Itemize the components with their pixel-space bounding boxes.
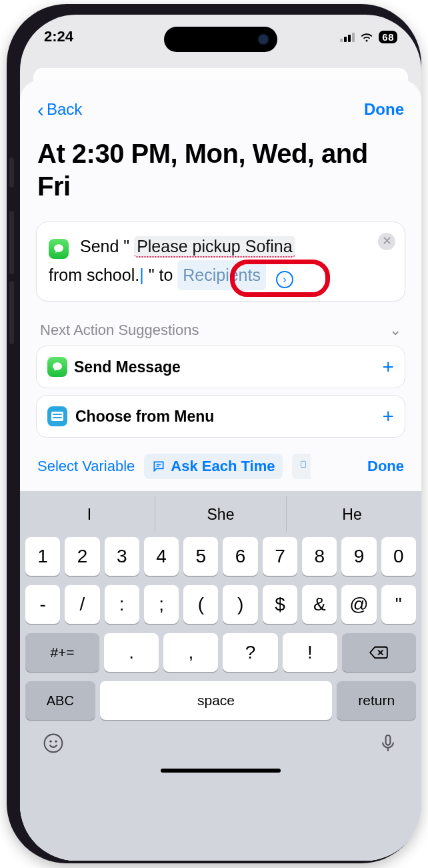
suggestions-header-label: Next Action Suggestions <box>40 322 199 339</box>
key[interactable]: & <box>302 585 337 624</box>
battery-icon: 68 <box>379 31 397 43</box>
svg-point-1 <box>45 735 63 753</box>
key[interactable]: 8 <box>302 537 337 576</box>
variable-toolbar: Select Variable Ask Each Time Done <box>36 444 405 486</box>
key[interactable]: $ <box>263 585 297 624</box>
volume-down-button <box>9 281 14 344</box>
back-button[interactable]: ‹ Back <box>37 100 82 119</box>
key-backspace[interactable] <box>342 633 416 672</box>
select-variable-button[interactable]: Select Variable <box>37 458 135 475</box>
keyboard: I She He 1 2 3 4 5 6 7 8 9 0 <box>20 491 421 861</box>
kbd-suggestion[interactable]: She <box>155 496 287 532</box>
chevron-left-icon: ‹ <box>37 105 44 115</box>
menu-icon <box>47 406 67 426</box>
emoji-keyboard-icon[interactable] <box>43 733 64 757</box>
key[interactable]: 4 <box>144 537 179 576</box>
shortcut-editor-sheet: ‹ Back Done At 2:30 PM, Mon, Wed, and Fr… <box>20 80 421 861</box>
suggestion-send-message[interactable]: Send Message + <box>36 346 405 388</box>
svg-rect-0 <box>301 461 306 467</box>
add-suggestion-icon[interactable]: + <box>382 405 394 428</box>
key-symbols-shift[interactable]: #+= <box>25 633 99 672</box>
message-text-part2[interactable]: from school. <box>49 266 139 284</box>
suggestion-label: Choose from Menu <box>75 408 214 426</box>
suggestion-label: Send Message <box>74 358 181 376</box>
svg-point-2 <box>49 741 51 743</box>
mute-switch <box>9 157 14 187</box>
clear-action-icon[interactable]: ✕ <box>378 233 395 250</box>
variable-done-button[interactable]: Done <box>367 458 404 475</box>
svg-rect-4 <box>386 735 391 745</box>
key[interactable]: 1 <box>25 537 60 576</box>
kbd-suggestion[interactable]: I <box>24 496 155 532</box>
keyboard-suggestion-bar: I She He <box>24 496 417 532</box>
phone-frame: 2:24 68 ‹ Back Done <box>7 4 421 863</box>
ask-each-time-chip[interactable]: Ask Each Time <box>144 454 283 479</box>
close-quote-to-text: " to <box>149 266 173 284</box>
key[interactable]: 9 <box>341 537 376 576</box>
ask-each-time-label: Ask Each Time <box>171 458 275 475</box>
done-button[interactable]: Done <box>364 100 404 119</box>
key[interactable]: 5 <box>183 537 218 576</box>
add-suggestion-icon[interactable]: + <box>382 356 394 378</box>
cellular-icon <box>340 31 355 42</box>
key[interactable]: 7 <box>263 537 297 576</box>
back-label: Back <box>47 100 82 119</box>
wifi-icon <box>359 31 374 42</box>
key[interactable]: : <box>105 585 139 624</box>
key[interactable]: , <box>163 633 218 672</box>
suggestion-choose-from-menu[interactable]: Choose from Menu + <box>36 395 405 438</box>
key-return[interactable]: return <box>337 681 416 720</box>
key[interactable]: ) <box>223 585 257 624</box>
key[interactable]: 2 <box>65 537 99 576</box>
chevron-down-icon: ⌄ <box>389 322 401 339</box>
key[interactable]: - <box>25 585 60 624</box>
key[interactable]: ! <box>283 633 337 672</box>
key[interactable]: 3 <box>105 537 139 576</box>
key[interactable]: " <box>381 585 416 624</box>
key[interactable]: . <box>104 633 159 672</box>
automation-title: At 2:30 PM, Mon, Wed, and Fri <box>36 135 405 222</box>
key[interactable]: 0 <box>381 537 416 576</box>
annotation-circle <box>230 260 330 297</box>
volume-up-button <box>9 211 14 274</box>
key[interactable]: ( <box>183 585 218 624</box>
messages-app-icon <box>47 357 67 377</box>
text-cursor: | <box>139 266 144 284</box>
message-text-part1[interactable]: Please pickup Sofina <box>134 236 295 258</box>
key-abc[interactable]: ABC <box>25 681 95 720</box>
svg-point-3 <box>55 741 57 743</box>
clipboard-chip-partial[interactable] <box>292 454 311 479</box>
status-time: 2:24 <box>44 28 73 45</box>
status-bar: 2:24 68 <box>20 15 421 49</box>
suggestions-header[interactable]: Next Action Suggestions ⌄ <box>36 302 405 346</box>
key[interactable]: ? <box>223 633 277 672</box>
send-prefix-text: Send " <box>80 237 129 256</box>
messages-app-icon <box>49 239 69 259</box>
send-message-action-card[interactable]: Send " Please pickup Sofina from school.… <box>36 222 405 302</box>
key[interactable]: ; <box>144 585 179 624</box>
key[interactable]: 6 <box>223 537 257 576</box>
key[interactable]: / <box>65 585 99 624</box>
key[interactable]: @ <box>341 585 376 624</box>
key-space[interactable]: space <box>100 681 333 720</box>
dictation-icon[interactable] <box>377 733 399 757</box>
home-indicator[interactable] <box>161 769 281 773</box>
kbd-suggestion[interactable]: He <box>287 496 417 532</box>
